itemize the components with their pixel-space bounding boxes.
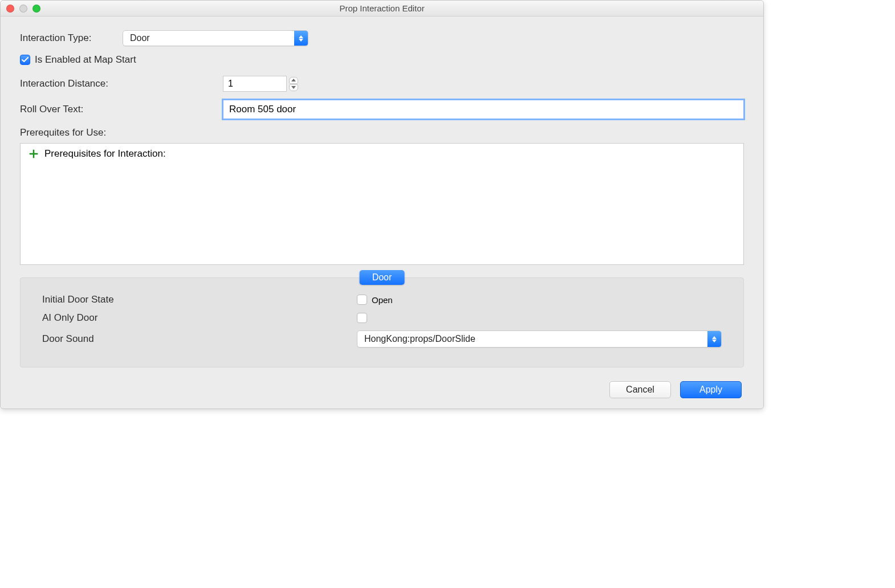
- window-content: Interaction Type: Door Is Enabled at Map…: [1, 17, 763, 409]
- initial-state-value-label: Open: [372, 295, 393, 305]
- prereq-box-header: Prerequisites for Interaction:: [44, 148, 166, 160]
- initial-state-checkbox-wrap[interactable]: Open: [357, 295, 393, 305]
- prereq-label: Prerequites for Use:: [20, 127, 106, 138]
- distance-label: Interaction Distance:: [20, 78, 223, 89]
- plus-icon[interactable]: [29, 149, 39, 159]
- zoom-icon[interactable]: [32, 5, 40, 13]
- door-sound-row: Door Sound HongKong:props/DoorSlide: [42, 330, 722, 348]
- rollover-input[interactable]: [223, 100, 744, 119]
- step-down-button[interactable]: [289, 84, 298, 91]
- chevron-down-icon: [291, 86, 296, 89]
- chevron-updown-icon: [294, 31, 308, 46]
- interaction-type-value: Door: [123, 33, 294, 43]
- door-panel: Door Initial Door State Open AI Only Doo…: [20, 277, 744, 368]
- initial-state-checkbox: [357, 295, 367, 305]
- door-sound-select[interactable]: HongKong:props/DoorSlide: [357, 330, 722, 348]
- rollover-row: Roll Over Text:: [20, 100, 744, 119]
- cancel-button[interactable]: Cancel: [609, 381, 671, 398]
- footer: Cancel Apply: [20, 381, 744, 398]
- enabled-label: Is Enabled at Map Start: [35, 54, 136, 66]
- window-title: Prop Interaction Editor: [339, 3, 424, 13]
- door-tab[interactable]: Door: [360, 270, 405, 285]
- initial-state-label: Initial Door State: [42, 294, 357, 305]
- ai-only-label: AI Only Door: [42, 312, 357, 324]
- door-sound-value: HongKong:props/DoorSlide: [357, 334, 707, 344]
- chevron-updown-icon: [707, 331, 721, 347]
- initial-state-row: Initial Door State Open: [42, 294, 722, 305]
- minimize-icon: [19, 5, 27, 13]
- interaction-type-label: Interaction Type:: [20, 32, 123, 44]
- apply-button[interactable]: Apply: [680, 381, 742, 398]
- editor-window: Prop Interaction Editor Interaction Type…: [0, 0, 764, 409]
- interaction-type-row: Interaction Type: Door: [20, 30, 744, 46]
- prereq-header-row: Prerequisites for Interaction:: [29, 148, 735, 160]
- interaction-type-select[interactable]: Door: [123, 30, 308, 46]
- distance-row: Interaction Distance:: [20, 76, 744, 92]
- ai-only-checkbox: [357, 313, 367, 323]
- prereq-label-row: Prerequites for Use:: [20, 127, 744, 138]
- prereq-box: Prerequisites for Interaction:: [20, 143, 744, 265]
- ai-only-checkbox-wrap[interactable]: [357, 313, 367, 323]
- enabled-checkbox-wrap[interactable]: Is Enabled at Map Start: [20, 54, 136, 66]
- enabled-checkbox: [20, 55, 30, 65]
- check-icon: [22, 57, 29, 63]
- distance-stepper: [223, 76, 298, 92]
- titlebar: Prop Interaction Editor: [1, 1, 763, 17]
- door-sound-label: Door Sound: [42, 333, 357, 345]
- distance-input[interactable]: [223, 76, 287, 92]
- ai-only-row: AI Only Door: [42, 312, 722, 324]
- chevron-up-icon: [291, 79, 296, 81]
- close-icon[interactable]: [6, 5, 14, 13]
- traffic-lights: [6, 5, 40, 13]
- step-up-button[interactable]: [289, 77, 298, 84]
- enabled-row: Is Enabled at Map Start: [20, 54, 744, 66]
- rollover-label: Roll Over Text:: [20, 104, 223, 115]
- stepper-buttons: [289, 76, 298, 92]
